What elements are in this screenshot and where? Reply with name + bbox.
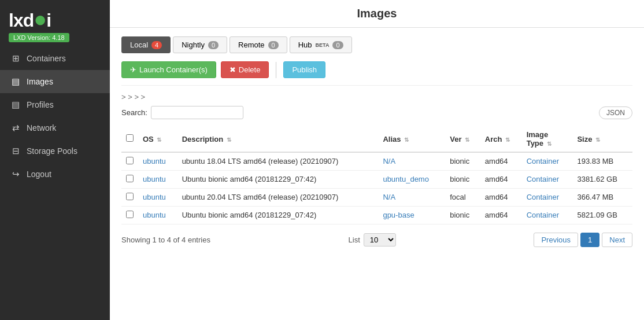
- os-link[interactable]: ubuntu: [143, 211, 166, 219]
- row-checkbox-cell: [121, 152, 138, 171]
- previous-button[interactable]: Previous: [534, 233, 578, 247]
- pagination-row: Showing 1 to 4 of 4 entries List 1025501…: [121, 233, 632, 247]
- sidebar-item-storage-pools[interactable]: ⊟ Storage Pools: [0, 139, 110, 163]
- th-os: OS ⇅: [138, 126, 177, 152]
- sidebar-item-label: Storage Pools: [27, 146, 77, 156]
- alias-sort-icon[interactable]: ⇅: [404, 137, 409, 143]
- list-size-select[interactable]: 102550100: [364, 233, 396, 247]
- row-alias: N/A: [378, 152, 445, 171]
- tab-hub[interactable]: Hub BETA 0: [290, 36, 352, 53]
- logout-icon: ↪: [10, 169, 21, 179]
- row-arch: amd64: [480, 207, 522, 225]
- tab-remote[interactable]: Remote 0: [230, 36, 287, 53]
- row-checkbox[interactable]: [126, 175, 134, 182]
- delete-button[interactable]: ✖ Delete: [221, 61, 269, 78]
- toolbar: ✈ Launch Container(s) ✖ Delete Publish: [121, 61, 632, 86]
- sidebar-item-label: Images: [27, 77, 53, 86]
- tab-local[interactable]: Local 4: [121, 36, 171, 53]
- image-type-link[interactable]: Container: [527, 193, 559, 201]
- select-all-checkbox[interactable]: [126, 134, 134, 142]
- row-checkbox-cell: [121, 171, 138, 189]
- sidebar-item-network[interactable]: ⇄ Network: [0, 116, 110, 139]
- row-alias: gpu-base: [378, 207, 445, 225]
- tabs-row: Local 4 Nightly 0 Remote 0 Hub BETA 0: [121, 36, 632, 53]
- logo: lxd●i: [9, 7, 101, 32]
- row-checkbox-cell: [121, 207, 138, 225]
- tab-nightly[interactable]: Nightly 0: [173, 36, 227, 53]
- image-type-link[interactable]: Container: [527, 175, 559, 183]
- sidebar-item-images[interactable]: ▤ Images: [0, 70, 110, 93]
- sidebar-item-label: Network: [27, 123, 56, 133]
- row-arch: amd64: [480, 189, 522, 207]
- th-select-all: [121, 126, 138, 152]
- th-size: Size ⇅: [572, 126, 632, 152]
- logo-area: lxd●i LXD Version: 4.18: [0, 0, 110, 47]
- arch-sort-icon[interactable]: ⇅: [505, 137, 510, 143]
- row-checkbox[interactable]: [126, 193, 134, 200]
- image-type-link[interactable]: Container: [527, 157, 559, 165]
- row-size: 5821.09 GB: [572, 207, 632, 225]
- current-page-button[interactable]: 1: [580, 233, 599, 247]
- image-type-sort-icon[interactable]: ⇅: [547, 141, 552, 147]
- th-ver: Ver ⇅: [445, 126, 480, 152]
- storage-icon: ⊟: [10, 146, 21, 156]
- search-group: Search:: [121, 106, 243, 119]
- sidebar-item-logout[interactable]: ↪ Logout: [0, 163, 110, 186]
- version-badge: LXD Version: 4.18: [9, 33, 69, 42]
- sidebar-item-containers[interactable]: ⊞ Containers: [0, 47, 110, 70]
- table-header-row: OS ⇅ Description ⇅ Alias ⇅ Ver ⇅ Arch ⇅ …: [121, 126, 632, 152]
- row-image-type: Container: [522, 171, 573, 189]
- desc-sort-icon[interactable]: ⇅: [227, 137, 231, 143]
- tab-remote-badge: 0: [268, 41, 279, 49]
- list-label: List: [349, 236, 360, 244]
- row-checkbox[interactable]: [126, 211, 134, 218]
- row-checkbox[interactable]: [126, 157, 134, 164]
- publish-label: Publish: [292, 65, 317, 74]
- search-input[interactable]: [151, 106, 243, 119]
- pagination-buttons: Previous 1 Next: [534, 233, 632, 247]
- table-row: ubuntu ubuntu 18.04 LTS amd64 (release) …: [121, 152, 632, 171]
- os-link[interactable]: ubuntu: [143, 193, 166, 201]
- search-row: Search: JSON: [121, 106, 632, 119]
- tab-remote-label: Remote: [238, 41, 265, 49]
- ver-sort-icon[interactable]: ⇅: [465, 137, 469, 143]
- search-label: Search:: [121, 108, 147, 117]
- tab-hub-label: Hub: [298, 41, 312, 49]
- row-ver: focal: [445, 189, 480, 207]
- row-size: 366.47 MB: [572, 189, 632, 207]
- launch-icon: ✈: [130, 65, 136, 74]
- images-icon: ▤: [10, 76, 21, 87]
- row-arch: amd64: [480, 171, 522, 189]
- row-ver: bionic: [445, 171, 480, 189]
- table-row: ubuntu Ubuntu bionic amd64 (20181229_07:…: [121, 207, 632, 225]
- row-alias: N/A: [378, 189, 445, 207]
- th-image-type: ImageType ⇅: [522, 126, 573, 152]
- os-link[interactable]: ubuntu: [143, 175, 166, 183]
- os-link[interactable]: ubuntu: [143, 157, 166, 165]
- row-ver: bionic: [445, 207, 480, 225]
- toolbar-divider: [276, 62, 276, 78]
- json-button[interactable]: JSON: [599, 106, 632, 119]
- next-button[interactable]: Next: [602, 233, 632, 247]
- table-row: ubuntu ubuntu 20.04 LTS amd64 (release) …: [121, 189, 632, 207]
- profiles-icon: ▤: [10, 100, 21, 110]
- row-os: ubuntu: [138, 207, 177, 225]
- size-sort-icon[interactable]: ⇅: [595, 137, 600, 143]
- th-alias: Alias ⇅: [378, 126, 445, 152]
- row-size: 193.83 MB: [572, 152, 632, 171]
- delete-icon: ✖: [230, 65, 236, 74]
- delete-label: Delete: [239, 65, 261, 74]
- row-description: ubuntu 20.04 LTS amd64 (release) (202109…: [177, 189, 379, 207]
- sidebar-item-label: Logout: [27, 170, 51, 179]
- image-type-link[interactable]: Container: [527, 211, 559, 219]
- row-os: ubuntu: [138, 171, 177, 189]
- sidebar-item-label: Profiles: [27, 100, 54, 109]
- main-content: Images Local 4 Nightly 0 Remote 0 Hub BE…: [110, 0, 644, 320]
- sidebar-item-profiles[interactable]: ▤ Profiles: [0, 93, 110, 116]
- os-sort-icon[interactable]: ⇅: [157, 137, 161, 143]
- sidebar-nav: ⊞ Containers ▤ Images ▤ Profiles ⇄ Netwo…: [0, 47, 110, 186]
- publish-button[interactable]: Publish: [283, 61, 325, 78]
- breadcrumb: > > > >: [121, 93, 632, 101]
- logo-dot: ●: [34, 7, 46, 31]
- launch-container-button[interactable]: ✈ Launch Container(s): [121, 61, 216, 78]
